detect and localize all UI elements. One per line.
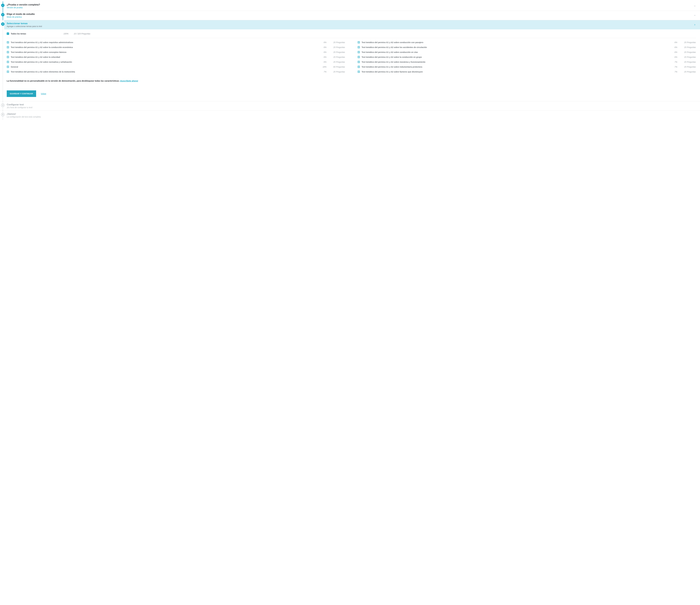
topic-percent: 7% [672,71,677,73]
topic-questions: 20 Preguntas [679,46,696,48]
topic-questions: 20 Preguntas [328,56,345,58]
check-icon [7,66,9,68]
topic-label: General [11,66,319,68]
checkbox-topic[interactable] [7,41,9,44]
topic-questions: 20 Preguntas [679,61,696,63]
checkbox-topic[interactable] [7,56,9,58]
topic-label: Test temático del permiso A1 y A2 sobre … [361,61,670,63]
topic-row: Test temático del permiso A1 y A2 sobre … [7,51,345,53]
step-title: ¿Prueba o versión completa? [7,3,40,6]
checkbox-topic[interactable] [357,56,360,58]
step-title: Configurar test [7,103,32,106]
step-number: 5 [2,114,3,115]
check-icon [358,42,359,43]
topic-row: Test temático del permiso A1 y A2 sobre … [357,61,696,63]
step-trial-or-full: ¿Prueba o versión completa? Versión de p… [0,1,700,10]
step-header[interactable]: ¿Prueba o versión completa? Versión de p… [7,1,700,10]
topic-questions: 20 Preguntas [679,71,696,73]
step-header[interactable]: Elige el modo de estudio Modo de práctic… [7,11,700,20]
topic-percent: 6% [321,51,326,53]
topic-percent: 6% [672,46,677,48]
step-header[interactable]: Configurar test ¡Es hora de configurar t… [7,101,700,110]
chevron-down-icon [694,5,696,7]
subscribe-link[interactable]: ¡Suscríbete ahora! [120,80,138,82]
topic-percent: 6% [321,56,326,58]
step-subtitle: Agregar o seleccionar temas para tu test [7,25,42,27]
topic-row: Test temático del permiso A1 y A2 sobre … [7,61,345,63]
wizard: ¿Prueba o versión completa? Versión de p… [0,0,700,126]
topic-row: Test temático del permiso A1 y A2 sobre … [357,51,696,53]
check-icon [358,51,359,53]
step-body: Todos los temas 100% 10 / 320 Preguntas … [7,29,700,101]
step-subtitle: La configuración del test está completa [7,116,41,118]
step-select-topics: 3 Seleccionar temas Agregar o selecciona… [0,20,700,101]
check-icon [358,66,359,68]
topic-questions: 60 Preguntas [328,66,345,68]
topic-percent: 18% [321,66,326,68]
step-badge-done [1,13,4,16]
topic-questions: 20 Preguntas [328,46,345,48]
checkbox-topic[interactable] [7,61,9,63]
topic-questions: 20 Preguntas [679,41,696,44]
check-icon [2,14,4,16]
topic-percent: 6% [321,46,326,48]
checkbox-topic[interactable] [357,41,360,44]
all-topics-row: Todos los temas 100% 10 / 320 Preguntas [7,32,696,38]
checkbox-topic[interactable] [7,51,9,53]
topic-label: Test temático del permiso A1 y A2 sobre … [11,61,319,63]
check-icon [358,71,359,73]
check-icon [7,33,9,34]
step-number: 4 [2,104,3,106]
topic-questions: 20 Preguntas [328,51,345,53]
save-continue-button[interactable]: GUARDAR Y CONTINUAR [7,90,36,97]
topic-percent: 6% [672,51,677,53]
check-icon [7,61,9,63]
topic-questions: 20 Preguntas [328,41,345,44]
topic-row: Test temático del permiso A1 y A2 sobre … [357,71,696,73]
checkbox-topic[interactable] [357,61,360,63]
all-topics-label: Todos los temas [11,33,57,35]
step-badge-pending: 4 [1,104,4,107]
check-icon [358,56,359,58]
actions-row: GUARDAR Y CONTINUAR Volver [7,90,696,97]
topic-percent: 7% [672,61,677,63]
checkbox-topic[interactable] [7,46,9,48]
check-icon [358,47,359,48]
topic-percent: 6% [672,41,677,44]
topic-questions: 20 Preguntas [679,51,696,53]
check-icon [358,61,359,63]
topic-row: Test temático del permiso A1 y A2 sobre … [7,46,345,48]
topic-label: Test temático del permiso A1 y A2 sobre … [11,41,319,44]
topic-label: Test temático del permiso A1 y A2 sobre … [361,71,670,73]
step-title: ¡Vamos! [7,113,41,115]
topic-questions: 20 Preguntas [679,66,696,68]
demo-notice: La funcionalidad no es personalizable en… [7,80,696,82]
topic-label: Test temático del permiso A1 y A2 sobre … [11,51,319,53]
step-header[interactable]: Seleccionar temas Agregar o seleccionar … [4,20,700,29]
checkbox-topic[interactable] [7,71,9,73]
back-link[interactable]: Volver [41,93,46,95]
checkbox-topic[interactable] [7,65,9,68]
topic-row: Test temático del permiso A1 y A2 sobre … [357,56,696,58]
topic-row: Test temático del permiso A1 y A2 sobre … [357,41,696,44]
step-badge-done [1,4,4,7]
topic-row: Test temático del permiso A1 y A2 sobre … [7,56,345,58]
checkbox-topic[interactable] [357,51,360,53]
topic-label: Test temático del permiso A1 y A2 sobre … [11,71,319,73]
topic-label: Test temático del permiso A1 y A2 sobre … [11,46,319,48]
check-icon [7,56,9,58]
chevron-right-icon [694,24,696,26]
topic-percent: 6% [321,61,326,63]
topic-label: Test temático del permiso A1 y A2 sobre … [361,41,670,44]
topic-questions: 20 Preguntas [328,71,345,73]
topic-row: Test temático del permiso A1 y A2 sobre … [357,65,696,68]
checkbox-topic[interactable] [357,65,360,68]
step-header[interactable]: ¡Vamos! La configuración del test está c… [7,111,700,120]
topic-row: Test temático del permiso A1 y A2 sobre … [7,41,345,44]
step-title: Seleccionar temas [7,22,42,25]
step-badge-pending: 5 [1,113,4,116]
checkbox-all-topics[interactable] [7,32,9,35]
topic-percent: 6% [672,56,677,58]
checkbox-topic[interactable] [357,46,360,48]
checkbox-topic[interactable] [357,71,360,73]
